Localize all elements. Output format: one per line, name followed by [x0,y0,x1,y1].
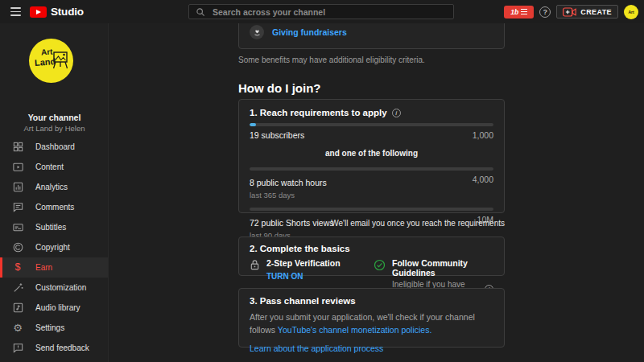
sidebar-footer: ⚙ Settings Send feedback [0,318,108,358]
help-glyph: ? [543,8,548,16]
watch-hours-label: 8 public watch hours [250,178,327,187]
gear-icon: ⚙ [11,322,24,335]
help-icon[interactable]: ? [539,6,551,18]
basics-card: 2. Complete the basics 2-Step Verificati… [238,237,505,276]
sidebar-item-audio-library[interactable]: Audio library [0,298,108,318]
account-avatar[interactable]: Art [624,5,638,19]
turn-on-link[interactable]: TURN ON [266,272,303,281]
sidebar-item-label: Send feedback [35,343,89,352]
channel-name: Art Land by Helen [0,124,109,133]
sidebar-item-label: Settings [35,323,64,332]
lock-icon [250,259,260,274]
earn-icon: $ [11,261,24,274]
monetization-policies-link[interactable]: YouTube's channel monetization policies. [278,325,432,335]
sidebar-item-label: Analytics [35,183,68,191]
top-bar: Studio 1b ? CREATE Art [0,0,644,23]
email-note: We'll email you once you reach the requi… [238,219,505,228]
subscribers-target: 1,000 [473,130,493,140]
content-column: Giving fundraisers Some benefits may hav… [238,23,505,362]
analytics-icon [11,181,24,194]
benefits-card: Giving fundraisers [238,23,505,49]
subscribers-label: 19 subscribers [250,130,304,140]
logo-text: Studio [51,6,84,18]
youtube-studio-app: Studio 1b ? CREATE Art A [0,0,644,362]
sidebar-item-content[interactable]: Content [0,157,108,177]
giving-fundraisers-link[interactable]: Giving fundraisers [272,27,347,37]
sidebar-item-analytics[interactable]: Analytics [0,177,108,197]
channel-title: Your channel [0,113,109,122]
page-title: How do I join? [238,81,320,95]
sidebar-item-label: Subtitles [35,223,66,232]
create-button-label: CREATE [580,8,612,16]
reviews-card-title: 3. Pass channel reviews [250,296,493,306]
sidebar-item-label: Content [35,162,64,171]
benefits-note: Some benefits may have additional eligib… [238,56,425,64]
info-glyph: i [395,110,397,116]
sidebar-item-label: Earn [35,263,52,272]
sidebar-item-label: Comments [35,203,74,212]
sidebar-item-send-feedback[interactable]: Send feedback [0,338,108,358]
sidebar-item-label: Dashboard [35,142,75,151]
feedback-icon [11,342,24,355]
check-circle-icon [374,259,386,274]
easel-icon [53,51,69,71]
youtube-logo-icon [30,6,47,18]
topbar-actions: 1b ? CREATE Art [504,0,638,23]
requirements-card-title: 1. Reach requirements to apply [250,108,387,117]
search-icon [196,7,205,17]
audio-library-icon [11,302,24,315]
dashboard-icon [11,141,24,154]
sidebar-item-settings[interactable]: ⚙ Settings [0,318,108,338]
menu-icon[interactable] [10,7,21,16]
sidebar-item-label: Copyright [35,243,70,252]
customization-icon [11,282,24,294]
search-input[interactable] [211,6,447,18]
sidebar-item-copyright[interactable]: Copyright [0,237,108,257]
create-camera-icon [563,7,576,17]
search-bar[interactable] [188,4,454,19]
sidebar-nav: Dashboard Content Analytics Comments [0,137,108,318]
channel-avatar[interactable]: Art Land [29,39,73,83]
basics-card-title: 2. Complete the basics [250,244,493,253]
avatar-text-line1: Art [41,47,53,57]
watch-hours-sublabel: last 365 days [250,191,327,200]
subscribers-progress-bar [250,123,493,126]
sidebar-item-comments[interactable]: Comments [0,197,108,217]
two-step-title: 2-Step Verification [266,258,341,268]
watch-hours-target: 4,000 [473,175,493,184]
sidebar: Art Land Your channel Art Land by Helen … [0,23,109,362]
watch-hours-progress-bar [250,167,493,171]
sidebar-item-customization[interactable]: Customization [0,278,108,298]
giving-fundraisers-icon [250,25,264,39]
sidebar-item-label: Audio library [35,303,80,312]
avatar-mini-text: Art [628,10,634,14]
comments-icon [11,201,24,214]
list-icon [521,9,527,14]
shorts-views-progress-bar [250,208,493,211]
studio-logo[interactable]: Studio [30,6,84,18]
application-process-link[interactable]: Learn about the application process [250,343,383,353]
extension-badge-text: 1b [510,8,518,16]
main-content: Giving fundraisers Some benefits may hav… [109,23,644,362]
guidelines-title: Follow Community Guidelines [392,258,493,278]
content-icon [11,161,24,174]
create-button[interactable]: CREATE [556,5,618,19]
extension-badge[interactable]: 1b [504,6,534,19]
sidebar-item-earn[interactable]: $ Earn [0,257,108,278]
subtitles-icon [11,221,24,234]
copyright-icon [11,241,24,254]
sidebar-item-label: Customization [35,283,86,292]
sidebar-item-dashboard[interactable]: Dashboard [0,137,108,157]
sidebar-item-subtitles[interactable]: Subtitles [0,217,108,237]
divider-text: and one of the following [250,149,493,158]
requirements-card: 1. Reach requirements to apply i 19 subs… [238,99,505,213]
reviews-card: 3. Pass channel reviews After you submit… [238,288,505,348]
info-icon[interactable]: i [392,109,401,117]
